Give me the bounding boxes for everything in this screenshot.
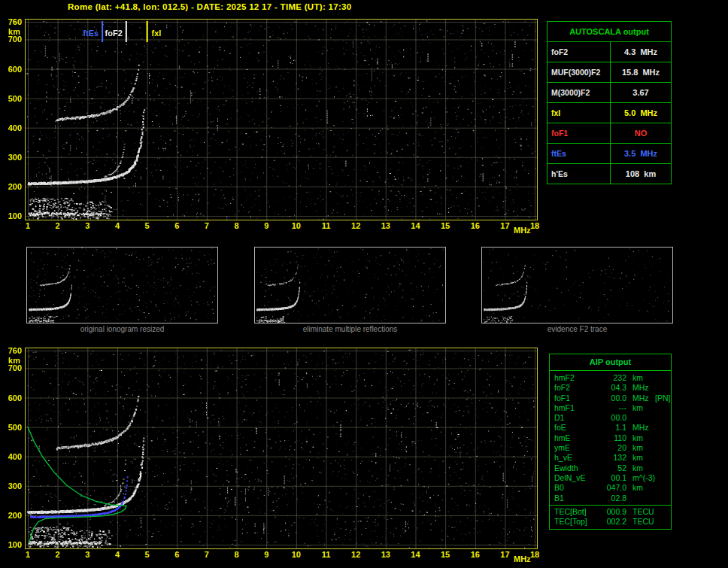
aip-cell-v: 1.1 xyxy=(598,423,626,433)
y-axis-tick-bottom: 400 xyxy=(0,452,22,461)
y-axis-tick-top: 400 xyxy=(0,123,22,132)
autoscala-value: 108 km xyxy=(611,164,671,184)
x-axis-tick-top: 16 xyxy=(464,221,487,230)
aip-cell-u: km xyxy=(626,433,652,443)
x-axis-tick-bottom: 8 xyxy=(226,550,248,559)
x-axis-tick-top: 2 xyxy=(47,221,69,230)
aip-cell-v: 02.8 xyxy=(598,494,626,503)
aip-cell-e xyxy=(652,413,671,423)
aip-row-D1: D100.0 xyxy=(550,413,671,423)
aip-cell-p: hmE xyxy=(554,433,598,443)
thumbnail-f2-trace-caption: evidence F2 trace xyxy=(481,325,673,333)
thumbnail-original xyxy=(26,247,218,323)
autoscala-param: foF2 xyxy=(548,42,611,62)
y-axis-unit-top: km xyxy=(0,27,20,36)
autoscala-rows: foF24.3 MHzMUF(3000)F215.8 MHzM(3000)F23… xyxy=(548,41,671,184)
aip-cell-e xyxy=(652,433,671,443)
aip-output-panel: AIP output hmF2232kmfoF204.3MHzfoF100.0M… xyxy=(549,354,672,530)
aip-cell-v: 000.9 xyxy=(598,507,626,517)
autoscala-screen: Rome (lat: +41.8, lon: 012.5) - DATE: 20… xyxy=(0,0,728,568)
x-axis-tick-bottom: 16 xyxy=(464,550,487,559)
x-axis-tick-bottom: 7 xyxy=(196,550,218,559)
y-axis-tick-top: 600 xyxy=(0,65,22,74)
x-axis-tick-bottom: 5 xyxy=(136,550,159,559)
x-axis-tick-top: 14 xyxy=(404,221,426,230)
bottom-ionogram-canvas xyxy=(26,348,537,548)
x-axis-tick-top: 17 xyxy=(493,221,516,230)
aip-cell-u: km xyxy=(626,463,652,473)
x-axis-tick-top: 12 xyxy=(344,221,367,230)
x-axis-tick-top: 10 xyxy=(285,221,308,230)
autoscala-value: 3.5 MHz xyxy=(611,144,671,163)
autoscala-row-foF1: foF1NO xyxy=(548,123,671,143)
x-axis-tick-top: 9 xyxy=(255,221,278,230)
thumbnail-original-caption: original ionogram resized xyxy=(26,325,218,333)
thumbnail-no-multiples xyxy=(254,247,446,323)
y-axis-tick-top: 700 xyxy=(0,35,22,44)
aip-cell-v: --- xyxy=(598,403,626,413)
x-axis-tick-bottom: 1 xyxy=(17,550,39,559)
autoscala-value: 4.3 MHz xyxy=(611,42,671,62)
marker-label-fxI: fxI xyxy=(152,29,162,38)
aip-cell-u: MHz xyxy=(626,383,652,393)
x-axis-tick-top: 13 xyxy=(375,221,397,230)
aip-row-B1: B102.8 xyxy=(550,494,671,503)
x-axis-tick-bottom: 4 xyxy=(106,550,129,559)
aip-cell-e xyxy=(652,453,671,463)
x-axis-tick-bottom: 2 xyxy=(47,550,69,559)
aip-row-hmF1: hmF1---km xyxy=(550,403,671,413)
autoscala-param: foF1 xyxy=(548,123,611,143)
aip-row-DelN_vE: DelN_vE00.1m^(-3) xyxy=(550,473,671,483)
y-axis-tick-top: 100 xyxy=(0,211,22,220)
aip-row-foE: foE1.1MHz xyxy=(550,423,671,433)
y-axis-tick-top: 300 xyxy=(0,153,22,162)
y-axis-tick-bottom: 100 xyxy=(0,540,22,549)
x-axis-tick-bottom: 11 xyxy=(315,550,338,559)
aip-cell-e xyxy=(652,373,671,383)
aip-cell-u: m^(-3) xyxy=(626,473,652,483)
aip-row-TEC[Top]: TEC[Top]002.2TECU xyxy=(550,517,671,527)
y-axis-tick-bottom: 300 xyxy=(0,481,22,491)
aip-cell-p: foF2 xyxy=(554,383,598,393)
autoscala-param: MUF(3000)F2 xyxy=(548,62,611,82)
aip-cell-e xyxy=(652,383,671,393)
autoscala-row-fxI: fxI5.0 MHz xyxy=(548,102,671,123)
aip-cell-v: 232 xyxy=(598,373,626,383)
aip-cell-e xyxy=(652,517,671,527)
autoscala-row-foF2: foF24.3 MHz xyxy=(548,41,671,62)
y-axis-tick-top: 760 xyxy=(0,17,22,26)
aip-cell-u: TECU xyxy=(626,507,652,517)
aip-cell-p: foE xyxy=(554,423,598,433)
y-axis-tick-top: 500 xyxy=(0,94,22,103)
autoscala-output-table: AUTOSCALA output foF24.3 MHzMUF(3000)F21… xyxy=(547,21,672,184)
y-axis-tick-bottom: 760 xyxy=(0,346,22,355)
autoscala-row-M(3000)F2: M(3000)F23.67 xyxy=(548,82,671,102)
top-ionogram-canvas xyxy=(26,20,537,220)
top-ionogram-plot xyxy=(25,19,538,220)
y-axis-tick-bottom: 500 xyxy=(0,423,22,432)
y-axis-unit-bottom: km xyxy=(0,356,20,365)
aip-cell-e xyxy=(652,483,671,493)
aip-cell-e xyxy=(652,473,671,483)
thumbnail-original-canvas xyxy=(27,248,217,323)
aip-row-foF2: foF204.3MHz xyxy=(550,383,671,393)
aip-cell-p: B1 xyxy=(554,494,598,503)
x-axis-tick-bottom: 6 xyxy=(165,550,188,559)
aip-row-TEC[Bot]: TEC[Bot]000.9TECU xyxy=(550,507,671,517)
aip-row-B0: B0047.0km xyxy=(550,483,671,493)
x-axis-tick-bottom: 13 xyxy=(375,550,397,559)
x-axis-tick-top: 1 xyxy=(17,221,39,230)
aip-cell-v: 20 xyxy=(598,443,626,453)
x-axis-tick-bottom: 12 xyxy=(344,550,367,559)
aip-cell-p: Ewidth xyxy=(554,463,598,473)
x-axis-tick-bottom: 9 xyxy=(255,550,278,559)
aip-cell-p: hmF1 xyxy=(554,403,598,413)
x-axis-tick-top: 3 xyxy=(76,221,99,230)
autoscala-row-MUF(3000)F2: MUF(3000)F215.8 MHz xyxy=(548,62,671,82)
x-axis-tick-top: 7 xyxy=(196,221,218,230)
aip-cell-v: 002.2 xyxy=(598,517,626,527)
autoscala-param: fxI xyxy=(548,103,611,123)
thumbnail-no-multiples-caption: eliminate multiple reflections xyxy=(254,325,446,333)
aip-cell-p: TEC[Top] xyxy=(554,517,598,527)
aip-rows: hmF2232kmfoF204.3MHzfoF100.0MHz[PN]hmF1-… xyxy=(550,371,671,503)
